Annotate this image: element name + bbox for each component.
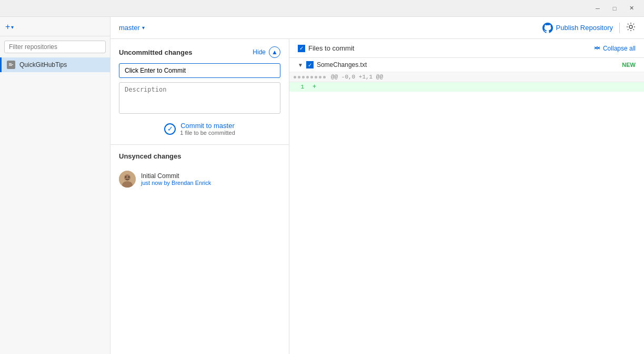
svg-point-9 — [128, 176, 129, 178]
branch-chevron-icon: ▾ — [142, 25, 145, 31]
dot-7 — [319, 76, 321, 78]
commit-time-label: just now by — [141, 180, 172, 186]
collapse-all-label: Collapse all — [603, 45, 636, 52]
file-list: ▼ SomeChanges.txt NEW — [289, 58, 644, 92]
commit-sub-label: 1 file to be committed — [180, 130, 235, 136]
sidebar: + ▾ QuickGitHubTips — [0, 17, 110, 354]
right-panel: Files to commit Collapse all ▼ — [289, 39, 644, 354]
avatar — [119, 171, 136, 188]
svg-rect-1 — [9, 63, 12, 64]
branch-name-label: master — [119, 24, 140, 32]
add-chevron-icon: ▾ — [11, 24, 14, 30]
uncommitted-actions: Hide ▲ — [253, 46, 280, 58]
commit-message-label: Initial Commit — [141, 172, 211, 180]
collapse-toggle-button[interactable]: ▲ — [269, 46, 280, 58]
commit-author-label: Brendan Enrick — [172, 180, 211, 186]
uncommitted-section: Uncommitted changes Hide ▲ ✓ Commit to m… — [110, 39, 289, 145]
sidebar-header: + ▾ — [0, 17, 110, 36]
commit-message-input[interactable] — [119, 63, 280, 78]
diff-container: @@ -0,0 +1,1 @@ 1 + — [289, 72, 644, 92]
github-icon — [542, 23, 553, 33]
gear-icon — [626, 22, 636, 32]
commit-description-input[interactable] — [119, 82, 280, 114]
commit-meta-label: just now by Brendan Enrick — [141, 180, 211, 186]
commit-info: Initial Commit just now by Brendan Enric… — [141, 172, 211, 186]
file-chevron-icon[interactable]: ▼ — [298, 62, 303, 68]
branch-selector[interactable]: master ▾ — [119, 24, 145, 32]
titlebar: ─ □ ✕ — [0, 0, 644, 17]
diff-header-label: @@ -0,0 +1,1 @@ — [331, 74, 383, 80]
commit-action-label: Commit to master — [180, 122, 235, 130]
unsynced-item: Initial Commit just now by Brendan Enric… — [119, 165, 280, 193]
commit-to-master-button[interactable]: ✓ Commit to master 1 file to be committe… — [119, 122, 280, 136]
commit-check-icon: ✓ — [164, 123, 176, 135]
publish-repository-label: Publish Repository — [556, 24, 613, 32]
unsynced-title: Unsynced changes — [119, 152, 182, 160]
files-title-label: Files to commit — [308, 44, 354, 52]
publish-repository-button[interactable]: Publish Repository — [542, 23, 613, 33]
diff-header-row: @@ -0,0 +1,1 @@ — [289, 72, 644, 82]
dot-4 — [306, 76, 309, 78]
filter-repositories-input[interactable] — [4, 41, 106, 53]
svg-point-4 — [629, 25, 632, 28]
toolbar: master ▾ Publish Repository — [110, 17, 644, 39]
settings-button[interactable] — [626, 22, 636, 33]
dot-5 — [310, 76, 313, 78]
collapse-all-icon — [593, 45, 601, 52]
dot-8 — [323, 76, 326, 78]
file-status-badge: NEW — [622, 62, 636, 68]
file-checkbox[interactable] — [306, 61, 314, 68]
svg-rect-3 — [9, 65, 12, 66]
svg-rect-2 — [9, 64, 13, 65]
svg-point-8 — [125, 176, 126, 178]
maximize-button[interactable]: □ — [606, 0, 623, 17]
files-header: Files to commit Collapse all — [289, 39, 644, 58]
repo-icon — [7, 61, 15, 69]
unsynced-section: Unsynced changes — [110, 145, 289, 193]
diff-add-content: + — [310, 83, 316, 91]
toolbar-divider — [619, 23, 620, 33]
repo-name-label: QuickGitHubTips — [19, 61, 67, 68]
filter-repositories-container — [4, 41, 106, 53]
plus-icon: + — [5, 22, 10, 32]
diff-add-row: 1 + — [289, 82, 644, 92]
uncommitted-title: Uncommitted changes — [119, 48, 192, 56]
close-button[interactable]: ✕ — [623, 0, 640, 17]
files-checkbox[interactable] — [298, 45, 305, 52]
files-title: Files to commit — [298, 44, 354, 52]
hide-button[interactable]: Hide — [253, 48, 266, 56]
add-repository-button[interactable]: + ▾ — [5, 22, 14, 32]
left-panel: Uncommitted changes Hide ▲ ✓ Commit to m… — [110, 39, 289, 354]
sidebar-item-repo[interactable]: QuickGitHubTips — [0, 57, 110, 72]
dot-6 — [315, 76, 317, 78]
dot-2 — [298, 76, 300, 78]
file-name-label: SomeChanges.txt — [317, 61, 367, 68]
dot-1 — [294, 76, 296, 78]
minimize-button[interactable]: ─ — [589, 0, 606, 17]
file-row: ▼ SomeChanges.txt NEW — [289, 58, 644, 72]
collapse-all-button[interactable]: Collapse all — [593, 45, 636, 52]
diff-line-number: 1 — [289, 84, 310, 90]
dot-3 — [302, 76, 305, 78]
